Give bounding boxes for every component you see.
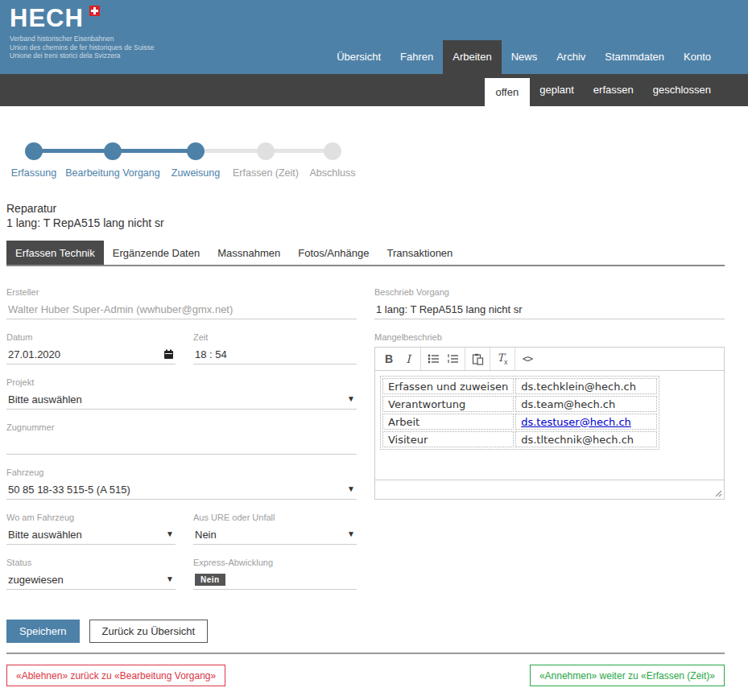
- field-label: Express-Abwicklung: [193, 558, 357, 569]
- subnav-item-erfassen[interactable]: erfassen: [584, 74, 643, 105]
- projekt-select[interactable]: Bitte auswählen ▼: [6, 392, 357, 410]
- detail-tabs: Erfassen TechnikErgänzende DatenMassnahm…: [6, 241, 725, 266]
- email-link[interactable]: ds.testuser@hech.ch: [521, 416, 631, 428]
- italic-icon[interactable]: I: [399, 349, 418, 369]
- field-value: 27.01.2020: [8, 348, 60, 360]
- nav-item-arbeiten[interactable]: Arbeiten: [443, 40, 501, 74]
- nav-item-stammdaten[interactable]: Stammdaten: [595, 40, 674, 74]
- field-value: 1 lang: T RepA515 lang nicht sr: [376, 303, 523, 315]
- assignment-row: Verantwortungds.team@hech.ch: [382, 396, 657, 412]
- nav-item-fahren[interactable]: Fahren: [391, 40, 443, 74]
- tab-erfassen-technik[interactable]: Erfassen Technik: [6, 241, 104, 265]
- stepper-connector: [34, 149, 113, 153]
- chevron-down-icon: ▼: [347, 485, 355, 493]
- chevron-down-icon: ▼: [166, 575, 174, 583]
- source-icon[interactable]: <>: [518, 349, 537, 369]
- form-left-column: Ersteller Walter Huber Super-Admin (wwhu…: [6, 287, 357, 603]
- wo-am-fahrzeug-select[interactable]: Bitte auswählen ▼: [6, 527, 176, 545]
- assignment-email-cell[interactable]: ds.testuser@hech.ch: [515, 414, 657, 430]
- editor-toolbar: BITx<>: [375, 348, 724, 371]
- remove-format-icon[interactable]: Tx: [493, 349, 512, 369]
- assignment-role-cell[interactable]: Arbeit: [382, 414, 514, 430]
- section-divider: [6, 653, 725, 654]
- beschrieb-vorgang-input[interactable]: 1 lang: T RepA515 lang nicht sr: [374, 302, 725, 319]
- field-label: Datum: [6, 332, 176, 344]
- stepper-connector: [266, 149, 333, 153]
- nav-item-konto[interactable]: Konto: [674, 40, 721, 74]
- paste-icon[interactable]: [468, 349, 487, 369]
- assignment-role-cell[interactable]: Erfassen und zuweisen: [382, 378, 514, 394]
- logo-text: HECH: [10, 5, 84, 32]
- nav-item-archiv[interactable]: Archiv: [547, 40, 595, 74]
- aus-ure-select[interactable]: Nein ▼: [193, 527, 357, 545]
- zugnummer-input[interactable]: [6, 437, 357, 455]
- subnav-item-geplant[interactable]: geplant: [530, 74, 584, 105]
- bold-icon[interactable]: B: [379, 349, 399, 369]
- toolbar-group: BI: [377, 348, 421, 370]
- field-zeit: Zeit 18 : 54: [193, 332, 357, 364]
- resize-handle-icon[interactable]: [713, 488, 722, 497]
- field-mangelbeschrieb: Mangelbeschrieb BITx<> Erfassen und zuwe…: [374, 332, 725, 500]
- accept-button[interactable]: «Annehmen» weiter zu «Erfassen (Zeit)»: [530, 665, 725, 686]
- step-circle-bearbeitung-vorgang[interactable]: [104, 142, 122, 160]
- toolbar-group: Tx: [490, 348, 515, 370]
- form: Ersteller Walter Huber Super-Admin (wwhu…: [6, 287, 725, 603]
- tab-transaktionen[interactable]: Transaktionen: [378, 241, 461, 265]
- main-navigation: ÜbersichtFahrenArbeitenNewsArchivStammda…: [327, 40, 721, 74]
- step-label-erfassung: Erfassung: [11, 167, 56, 179]
- nav-item-news[interactable]: News: [502, 40, 548, 74]
- subnav-item-offen[interactable]: offen: [485, 78, 531, 109]
- assignment-email-cell[interactable]: ds.tltechnik@hech.ch: [515, 431, 657, 447]
- numbered-list-icon[interactable]: [443, 349, 462, 369]
- fahrzeug-select[interactable]: 50 85 18-33 515-5 (A 515) ▼: [6, 482, 357, 500]
- tab-massnahmen[interactable]: Massnahmen: [209, 241, 289, 265]
- ersteller-input[interactable]: Walter Huber Super-Admin (wwhuber@gmx.ne…: [6, 302, 357, 319]
- brand-logo[interactable]: HECH Verband historischer EisenbahnenUni…: [10, 5, 155, 60]
- field-label: Wo am Fahrzeug: [6, 513, 176, 524]
- action-bar: Speichern Zurück zu Übersicht: [6, 620, 725, 643]
- stepper-connector: [113, 149, 196, 153]
- back-to-overview-button[interactable]: Zurück zu Übersicht: [89, 620, 209, 643]
- editor-content[interactable]: Erfassen und zuweisends.techklein@hech.c…: [375, 371, 724, 480]
- assignment-table: Erfassen und zuweisends.techklein@hech.c…: [380, 376, 659, 450]
- field-fahrzeug: Fahrzeug 50 85 18-33 515-5 (A 515) ▼: [6, 467, 357, 500]
- zeit-input[interactable]: 18 : 54: [193, 347, 357, 364]
- tagline-line: Verband historischer Eisenbahnen: [10, 35, 155, 43]
- app-header: HECH Verband historischer EisenbahnenUni…: [0, 0, 748, 74]
- express-toggle-badge[interactable]: Nein: [195, 574, 225, 586]
- brand-tagline: Verband historischer EisenbahnenUnion de…: [10, 35, 155, 60]
- field-value: Walter Huber Super-Admin (wwhuber@gmx.ne…: [8, 303, 233, 315]
- workflow-footer: «Ablehnen» zurück zu «Bearbeitung Vorgan…: [6, 665, 725, 686]
- field-value: 50 85 18-33 515-5 (A 515): [8, 484, 130, 496]
- tab-fotos-anhange[interactable]: Fotos/Anhänge: [289, 241, 378, 265]
- tab-erganzende-daten[interactable]: Ergänzende Daten: [104, 241, 209, 265]
- express-toggle[interactable]: Nein: [193, 572, 357, 590]
- datum-input[interactable]: 27.01.2020: [6, 347, 176, 364]
- assignment-role-cell[interactable]: Verantwortung: [382, 396, 514, 412]
- step-circle-zuweisung[interactable]: [187, 142, 205, 160]
- field-projekt: Projekt Bitte auswählen ▼: [6, 377, 357, 410]
- field-datum: Datum 27.01.2020: [6, 332, 176, 364]
- field-value: Nein: [195, 529, 217, 541]
- assignment-email-cell[interactable]: ds.techklein@hech.ch: [515, 378, 657, 394]
- tagline-line: Union des chemins de fer historiques de …: [10, 43, 155, 52]
- step-circle-abschluss[interactable]: [324, 142, 341, 160]
- step-circle-erfassung[interactable]: [25, 142, 43, 160]
- assignment-role-cell[interactable]: Visiteur: [382, 431, 514, 447]
- field-label: Zeit: [193, 332, 357, 344]
- status-select[interactable]: zugewiesen ▼: [6, 572, 176, 590]
- nav-item-ubersicht[interactable]: Übersicht: [327, 40, 391, 74]
- chevron-down-icon: ▼: [166, 530, 174, 538]
- subnav-item-geschlossen[interactable]: geschlossen: [643, 74, 721, 105]
- save-button[interactable]: Speichern: [6, 620, 80, 643]
- field-label: Zugnummer: [6, 422, 357, 434]
- field-value: zugewiesen: [8, 574, 64, 586]
- workflow-stepper: ErfassungBearbeitung VorgangZuweisungErf…: [6, 119, 725, 169]
- field-value: Bitte auswählen: [8, 393, 82, 406]
- calendar-icon[interactable]: [163, 349, 174, 360]
- reject-button[interactable]: «Ablehnen» zurück zu «Bearbeitung Vorgan…: [6, 665, 225, 686]
- bulleted-list-icon[interactable]: [424, 349, 443, 369]
- assignment-email-cell[interactable]: ds.team@hech.ch: [515, 396, 657, 412]
- assignment-row: Visiteurds.tltechnik@hech.ch: [382, 431, 657, 447]
- step-circle-erfassen-zeit[interactable]: [257, 142, 275, 160]
